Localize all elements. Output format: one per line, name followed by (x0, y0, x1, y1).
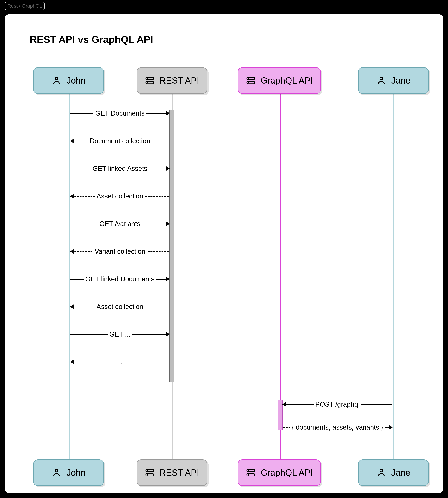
actor-rest-bottom: REST API (137, 459, 207, 486)
msg-rest-0: GET Documents (70, 109, 169, 118)
msg-label: ... (115, 358, 125, 366)
msg-label: { documents, assets, variants } (290, 424, 385, 431)
msg-rest-9: ... (70, 358, 169, 366)
msg-gql-1: { documents, assets, variants } (283, 423, 392, 432)
actor-jane-bottom: Jane (358, 459, 429, 486)
msg-rest-7: Asset collection (70, 302, 169, 311)
actor-label: REST API (160, 467, 199, 478)
lifeline-jane (393, 81, 394, 472)
person-icon (52, 468, 62, 478)
actor-label: John (66, 467, 86, 478)
actor-jane-top: Jane (358, 67, 429, 94)
actor-label: REST API (160, 75, 199, 86)
svg-point-10 (55, 469, 58, 472)
server-icon (246, 76, 256, 86)
msg-label: POST /graphql (314, 401, 362, 408)
msg-rest-1: Document collection (70, 137, 169, 145)
msg-rest-3: Asset collection (70, 192, 169, 200)
svg-point-0 (55, 77, 58, 80)
actor-label: Jane (391, 467, 410, 478)
svg-point-17 (248, 470, 249, 471)
svg-point-9 (380, 77, 383, 80)
activation-graphql (278, 400, 283, 430)
diagram-title: REST API vs GraphQL API (30, 34, 153, 45)
msg-label: Document collection (88, 137, 152, 145)
msg-rest-6: GET linked Documents (70, 275, 169, 283)
svg-point-4 (147, 82, 148, 83)
diagram-paper: REST API vs GraphQL API John REST (5, 14, 443, 493)
svg-point-8 (248, 82, 249, 83)
msg-gql-0: POST /graphql (283, 400, 392, 409)
actor-john-bottom: John (33, 459, 104, 486)
lifeline-john (69, 81, 70, 472)
msg-label: Variant collection (93, 248, 147, 255)
svg-point-13 (147, 470, 148, 471)
msg-label: GET Documents (93, 110, 146, 117)
actor-label: GraphQL API (260, 75, 313, 86)
tab-label: Rest / GraphQL (7, 3, 42, 9)
actor-graphql-bottom: GraphQL API (238, 459, 321, 486)
person-icon (376, 76, 386, 86)
person-icon (52, 76, 62, 86)
tab-chip[interactable]: Rest / GraphQL (5, 2, 45, 10)
actor-john-top: John (33, 67, 104, 94)
msg-rest-8: GET ... (70, 330, 169, 339)
server-icon (246, 468, 256, 478)
msg-rest-2: GET linked Assets (70, 164, 169, 173)
msg-rest-5: Variant collection (70, 247, 169, 256)
actor-rest-top: REST API (137, 67, 207, 94)
svg-point-14 (147, 474, 148, 475)
sequence-stage: John REST API GraphQL API Jane (5, 67, 443, 493)
diagram-canvas: Rest / GraphQL REST API vs GraphQL API J… (0, 0, 448, 498)
person-icon (376, 468, 386, 478)
actor-label: John (66, 75, 86, 86)
actor-label: Jane (391, 75, 410, 86)
activation-rest (169, 110, 174, 382)
svg-point-7 (248, 78, 249, 79)
actor-graphql-top: GraphQL API (238, 67, 321, 94)
msg-label: Asset collection (95, 303, 145, 310)
msg-label: GET ... (108, 330, 132, 338)
server-icon (145, 76, 155, 86)
msg-label: Asset collection (95, 192, 145, 200)
svg-point-3 (147, 78, 148, 79)
actor-label: GraphQL API (260, 467, 313, 478)
svg-point-19 (380, 469, 383, 472)
msg-rest-4: GET /variants (70, 220, 169, 228)
msg-label: GET /variants (98, 220, 142, 228)
svg-point-18 (248, 474, 249, 475)
server-icon (145, 468, 155, 478)
msg-label: GET linked Assets (91, 165, 149, 172)
msg-label: GET linked Documents (84, 275, 156, 283)
